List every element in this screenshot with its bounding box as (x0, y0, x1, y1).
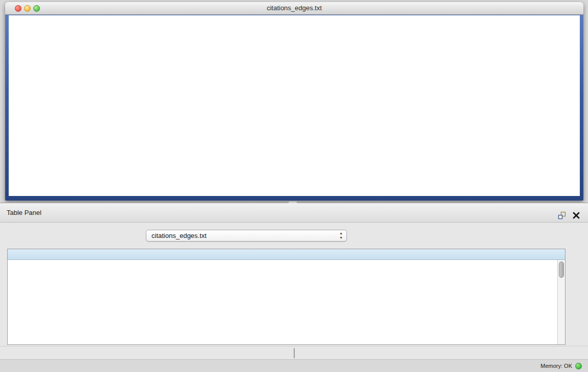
window-titlebar[interactable]: citations_edges.txt (5, 2, 583, 15)
memory-status-icon (575, 363, 582, 369)
network-window: citations_edges.txt (5, 2, 583, 201)
table-scrollbar[interactable] (557, 260, 565, 344)
table-body (8, 260, 557, 344)
network-canvas[interactable] (9, 15, 580, 196)
app-root: { "window": { "title": "citations_edges.… (0, 0, 588, 372)
table-scrollbar-thumb[interactable] (559, 261, 564, 278)
close-panel-icon[interactable] (572, 208, 581, 217)
table-select-value: citations_edges.txt (151, 232, 207, 239)
table-tabs-strip (0, 346, 588, 360)
memory-status-label: Memory: OK (540, 363, 572, 369)
table-type-tabs (294, 348, 295, 358)
float-panel-icon[interactable] (557, 208, 567, 217)
zoom-window-button[interactable] (33, 5, 40, 12)
table-panel-header: Table Panel (0, 203, 588, 223)
status-bar: Memory: OK (0, 359, 588, 372)
node-table (7, 249, 565, 345)
table-select-dropdown[interactable]: citations_edges.txt ▲▼ (146, 230, 347, 242)
table-panel-title: Table Panel (7, 209, 41, 216)
close-window-button[interactable] (15, 5, 21, 12)
table-header-row (8, 249, 565, 260)
table-panel: Table Panel citations_edges.txt ▲▼ Memor… (0, 203, 588, 372)
dropdown-arrows-icon: ▲▼ (339, 231, 343, 240)
minimize-window-button[interactable] (24, 5, 31, 12)
window-title: citations_edges.txt (5, 2, 583, 14)
